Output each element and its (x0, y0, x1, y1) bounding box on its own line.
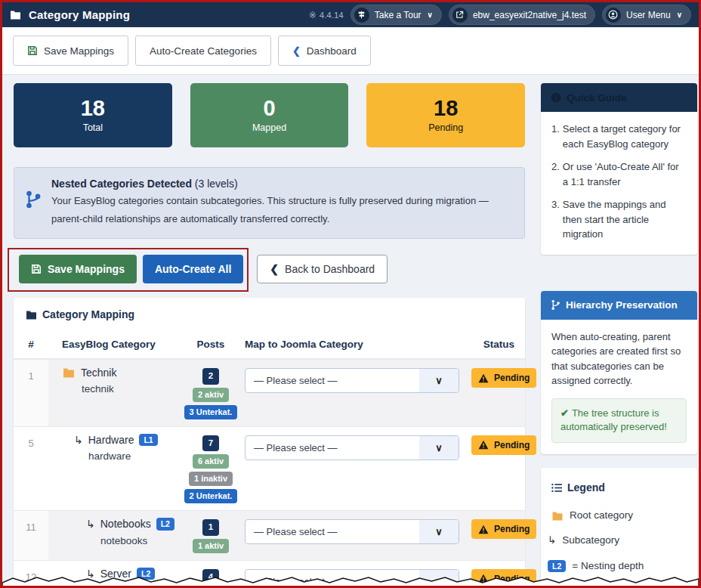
folder-icon (26, 310, 37, 320)
toolbar-dashboard-button[interactable]: ❮ Dashboard (278, 36, 371, 66)
folder-icon (10, 10, 21, 20)
hierarchy-body-text: When auto-creating, parent categories ar… (551, 330, 687, 388)
posts-badges: 76 aktiv1 inaktiv2 Unterkat. (177, 434, 245, 504)
select-placeholder: — Please select — (246, 375, 419, 386)
toolbar-save-mappings-button[interactable]: Save Mappings (13, 36, 128, 66)
legend-panel: Legend Root category ↳ Subcategory L2 (541, 468, 697, 588)
stat-label: Total (83, 122, 103, 133)
legend-divider (551, 586, 687, 586)
category-name: Technik (81, 367, 116, 379)
row-number: 11 (14, 511, 48, 560)
subcategory-arrow-icon: ↳ (548, 533, 556, 548)
posts-badge-count: 2 (202, 368, 219, 385)
folder-icon (551, 511, 564, 521)
save-mappings-button[interactable]: Save Mappings (19, 255, 137, 283)
warning-triangle-icon (478, 373, 489, 383)
posts-badge-sub: 3 Unterkat. (184, 405, 238, 419)
site-link-button[interactable]: ebw_easyexit2native_j4.test (449, 5, 595, 25)
joomla-toolbar: Save Mappings Auto-Create Categories ❮ D… (2, 27, 699, 75)
legend-nesting-depth: L2 = Nesting depth (548, 559, 687, 574)
chevron-down-icon: ∨ (419, 369, 459, 392)
posts-badge-active: 2 aktiv (193, 388, 229, 402)
status-label: Pending (494, 524, 530, 534)
table-header-row: # EasyBlog Category Posts Map to Joomla … (14, 331, 525, 360)
external-link-icon (452, 8, 468, 23)
subcategory-arrow-icon: ↳ (86, 518, 95, 530)
action-buttons-row: Save Mappings Auto-Create All ❮ Back to … (14, 255, 525, 283)
hierarchy-branch-icon (25, 190, 42, 209)
stats-row: 18Total0Mapped18Pending (14, 83, 525, 147)
posts-badges: 22 aktiv3 Unterkat. (177, 367, 245, 419)
posts-badge-count: 1 (202, 519, 219, 536)
row-number: 5 (14, 427, 48, 511)
joomla-category-select[interactable]: — Please select — ∨ (245, 435, 459, 460)
stat-value: 18 (434, 97, 458, 119)
status-label: Pending (494, 373, 530, 383)
status-badge: Pending (471, 435, 536, 455)
column-header-status: Status (471, 339, 525, 350)
folder-icon (62, 367, 76, 378)
signpost-icon (354, 8, 369, 23)
hierarchy-header: Hierarchy Preservation (541, 291, 697, 320)
category-mapping-card: Category Mapping # EasyBlog Category Pos… (14, 298, 525, 588)
user-icon (606, 8, 621, 23)
joomla-version: ※ 4.4.14 (309, 10, 344, 20)
posts-badge-count: 7 (202, 435, 219, 452)
quick-guide-steps: Select a target category for each EasyBl… (551, 122, 687, 242)
column-header-num: # (14, 339, 48, 350)
nested-categories-notice: Nested Categories Detected (3 levels) Yo… (14, 167, 525, 239)
chevron-left-icon: ❮ (270, 263, 279, 275)
sidebar: Quick Guide Select a target category for… (541, 83, 697, 588)
category-name: Hardware (88, 434, 134, 446)
quick-guide-header: Quick Guide (541, 83, 697, 112)
category-cell: Technik technik (48, 367, 177, 395)
table-row: 1 Technik technik 22 aktiv3 Unterkat. — … (14, 360, 525, 427)
quick-guide-step: Select a target category for each EasyBl… (551, 122, 687, 151)
status-badge: Pending (471, 368, 536, 388)
admin-topbar: Category Mapping ※ 4.4.14 Take a Tour ∨ … (2, 2, 699, 27)
chevron-down-icon: ∨ (428, 11, 433, 19)
quick-guide-panel: Quick Guide Select a target category for… (541, 83, 697, 255)
toolbar-autocreate-button[interactable]: Auto-Create Categories (135, 36, 271, 66)
site-link-label: ebw_easyexit2native_j4.test (473, 10, 586, 20)
list-icon (551, 483, 562, 493)
quick-guide-step: Save the mappings and then start the art… (551, 197, 687, 242)
warning-triangle-icon (478, 440, 489, 450)
stat-card-pending: 18Pending (366, 83, 525, 147)
back-to-dashboard-button[interactable]: ❮ Back to Dashboard (257, 255, 388, 283)
stat-value: 18 (81, 97, 105, 119)
select-placeholder: — Please select — (246, 442, 419, 453)
save-icon (27, 45, 38, 56)
check-icon: ✔ (560, 407, 569, 419)
page-title: Category Mapping (29, 8, 130, 21)
table-row: 5 ↳ Hardware L1 hardware 76 aktiv1 inakt… (14, 427, 525, 512)
warning-triangle-icon (478, 525, 489, 534)
hierarchy-branch-icon (551, 299, 560, 311)
notice-body: Your EasyBlog categories contain subcate… (51, 192, 512, 228)
legend-root-category: Root category (551, 508, 687, 523)
hierarchy-panel: Hierarchy Preservation When auto-creatin… (541, 291, 697, 455)
category-slug: notebooks (100, 535, 177, 546)
chevron-down-icon: ∨ (419, 436, 459, 460)
info-circle-icon (551, 92, 561, 103)
joomla-category-select[interactable]: — Please select — ∨ (245, 368, 459, 393)
user-menu-button[interactable]: User Menu ∨ (602, 5, 691, 25)
posts-badge-active: 6 aktiv (193, 454, 229, 469)
tree-preserved-success-box: ✔The tree structure is automatically pre… (551, 398, 687, 444)
auto-create-all-button[interactable]: Auto-Create All (143, 255, 243, 283)
take-a-tour-button[interactable]: Take a Tour ∨ (350, 5, 442, 25)
row-number: 1 (14, 360, 48, 426)
take-a-tour-label: Take a Tour (375, 10, 422, 20)
joomla-category-select[interactable]: — Please select — ∨ (245, 519, 459, 544)
table-row: 11 ↳ Notebooks L2 notebooks 11 aktiv — P… (14, 511, 525, 561)
category-cell: ↳ Notebooks L2 notebooks (48, 518, 177, 546)
notice-levels: (3 levels) (192, 178, 238, 190)
joomla-logo-icon: ※ (309, 10, 317, 20)
column-header-posts: Posts (177, 339, 245, 350)
quick-guide-step: Or use 'Auto-Create All' for a 1:1 trans… (551, 159, 687, 189)
category-slug: hardware (88, 450, 177, 462)
stat-label: Mapped (252, 122, 286, 133)
notice-title: Nested Categories Detected (3 levels) (51, 178, 512, 190)
stat-label: Pending (428, 122, 463, 133)
level-badge: L2 (548, 560, 566, 573)
